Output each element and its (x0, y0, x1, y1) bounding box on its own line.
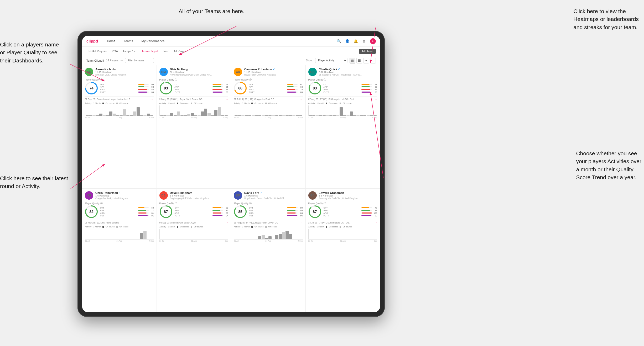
add-team-button[interactable]: Add Team (359, 49, 376, 54)
stat-label-ott: OTT (249, 83, 286, 86)
latest-round[interactable]: 04 Sep 23 | Mobility with coach, Gym → (159, 220, 228, 224)
chart-label: 21 Aug (117, 240, 122, 242)
quality-circle[interactable]: 83 (308, 82, 321, 95)
player-name[interactable]: Dave Billingham (170, 191, 228, 194)
latest-round[interactable]: 02 Jul 23 | 59 (+17), Craigmillar Park G… (234, 96, 303, 100)
grid-view-icon[interactable]: ⊞ (350, 58, 355, 63)
chart-bar (126, 115, 129, 116)
stat-bar-fill-arg (212, 89, 222, 90)
stat-bar-arg (361, 89, 372, 90)
stat-value-arg: 84 (150, 88, 154, 91)
quality-circle[interactable]: 87 (159, 205, 173, 218)
avatar[interactable]: U (370, 38, 376, 44)
player-name[interactable]: Charlie Quick ✓ (319, 68, 377, 71)
edit-icon[interactable]: ✏ (121, 59, 123, 62)
chart-bar (323, 239, 326, 239)
stat-label-arg: ARG (324, 88, 361, 91)
quality-circle[interactable]: 87 (308, 205, 321, 218)
stats-grid: OTT 82 APP 74 ARG 85 PUTT 94 (175, 207, 228, 217)
player-club: Drift Golf Club, United Kingdom (95, 73, 154, 76)
stat-bar-putt (212, 92, 223, 93)
app-logo[interactable]: clippd (86, 39, 98, 43)
round-arrow-icon: → (151, 221, 154, 224)
chart-bar (289, 115, 292, 116)
player-name[interactable]: Edward Crossman (319, 191, 377, 194)
stat-bar-fill-ott (361, 207, 369, 208)
sort-icon[interactable]: ↕ (370, 58, 376, 63)
latest-round[interactable]: 26 Aug 23 | 73 (+1), Royal North Devon G… (159, 96, 228, 100)
quality-section[interactable]: 68 OTT 61 APP 63 ARG 75 PUTT 85 (234, 82, 303, 95)
off-course-label: Off course (194, 226, 203, 228)
quality-section[interactable]: 74 OTT 60 APP 58 ARG 84 PUTT 85 (85, 82, 154, 95)
player-card[interactable]: CQ Charlie Quick ✓ 6-10 Handicap St. Geo… (306, 65, 380, 189)
chart-bar (370, 239, 373, 239)
player-info: Blair McHarg Plus Handicap Royal North D… (170, 68, 228, 76)
player-card[interactable]: CR Cameron Robertson ✓ 11-15 Handicap Ro… (231, 65, 306, 189)
verified-icon: ✓ (338, 68, 340, 71)
bell-icon[interactable]: 🔔 (353, 39, 358, 44)
subnav-all-players[interactable]: All Players (172, 49, 190, 54)
quality-section[interactable]: 82 OTT 60 APP 77 ARG 81 PUTT 91 (85, 205, 154, 218)
player-name[interactable]: David Ford ✓ (244, 191, 303, 194)
user-icon[interactable]: 👤 (345, 39, 350, 44)
subnav-team-clippd[interactable]: Team Clippd (139, 49, 160, 54)
quality-circle[interactable]: 82 (85, 205, 98, 218)
player-info: Cameron Robertson ✓ 11-15 Handicap Royal… (244, 68, 303, 76)
player-name[interactable]: Aaron Nicholls (95, 68, 154, 71)
subnav-hcaps[interactable]: Hcaps 1-5 (121, 49, 138, 54)
player-name[interactable]: Blair McHarg (170, 68, 228, 71)
round-arrow-icon: → (300, 221, 303, 224)
latest-round[interactable]: 07 Aug 23 | 77 (+7), St George's Hill GC… (308, 96, 377, 100)
player-club: Royal North Devon Golf Club, United Kil.… (244, 197, 303, 200)
nav-my-performance[interactable]: My Performance (140, 38, 166, 44)
stat-value-app: 77 (150, 209, 154, 212)
latest-round[interactable]: 05 Mar 23 | 19, Must make putting → (85, 220, 154, 224)
chart-bar (289, 234, 292, 239)
search-icon[interactable]: 🔍 (336, 39, 341, 44)
stat-label-putt: PUTT (249, 215, 286, 217)
nav-home[interactable]: Home (105, 38, 117, 44)
stat-bar-fill-putt (212, 215, 222, 216)
chart-bar (296, 239, 299, 239)
nav-teams[interactable]: Teams (122, 38, 134, 44)
chart-bar (143, 115, 147, 116)
settings-icon[interactable]: ⊕ (362, 39, 366, 44)
quality-circle[interactable]: 68 (234, 82, 247, 95)
quality-circle[interactable]: 85 (234, 205, 247, 218)
list-view-icon[interactable]: ☰ (356, 58, 362, 63)
player-card[interactable]: DF David Ford ✓ 1-5 Handicap Royal North… (231, 189, 306, 312)
chart-bar (211, 115, 214, 116)
stat-bar-fill-arg (287, 89, 295, 90)
chart-bar (326, 115, 329, 116)
quality-circle[interactable]: 93 (159, 82, 173, 95)
quality-section[interactable]: 93 OTT 84 APP 85 ARG 88 PUTT 95 (159, 82, 228, 95)
quality-section[interactable]: 85 OTT 89 APP 80 ARG 83 PUTT 96 (234, 205, 303, 218)
show-select[interactable]: Player Activity Quality Score Trend (315, 58, 347, 63)
stat-label-ott: OTT (324, 83, 361, 86)
quality-section[interactable]: 87 OTT 73 APP 79 ARG 103 PUTT 9 (308, 205, 377, 218)
player-card[interactable]: BM Blair McHarg Plus Handicap Royal Nort… (157, 65, 231, 189)
player-name[interactable]: Cameron Robertson ✓ (244, 68, 303, 71)
player-name[interactable]: Chris Robertson ✓ (95, 191, 154, 194)
player-card[interactable]: DB Dave Billingham 1-5 Handicap Sog Magi… (157, 189, 231, 312)
latest-round[interactable]: 02 Sep 23 | Sunset round to get back int… (85, 96, 154, 100)
on-course-label: On course (329, 226, 338, 228)
subnav-pga[interactable]: PGA (110, 49, 120, 54)
filter-icon[interactable]: ▼ (363, 58, 369, 63)
chart-bar (191, 239, 194, 239)
annotation-right-bottom: Choose whether you seeyour players Activ… (576, 150, 641, 182)
latest-round[interactable]: 18 Jul 23 | 74 (+4), Sunningdale GC - Ol… (308, 220, 377, 224)
chart-bar (346, 115, 350, 116)
filter-input[interactable] (125, 58, 154, 63)
subnav-pgat[interactable]: PGAT Players (86, 49, 109, 54)
quality-section[interactable]: 87 OTT 82 APP 74 ARG 85 PUTT 94 (159, 205, 228, 218)
player-card[interactable]: CR Chris Robertson ✓ 1-5 Handicap Craigm… (82, 189, 157, 312)
player-card[interactable]: AN Aaron Nicholls 11-15 Handicap Drift G… (82, 65, 157, 189)
player-card[interactable]: EC Edward Crossman 1-5 Handicap Sunningd… (306, 189, 380, 312)
latest-round[interactable]: 26 Aug 23 | 84 (+12), Royal North Devon … (234, 220, 303, 224)
verified-icon: ✓ (119, 191, 121, 194)
subnav-tour[interactable]: Tour (161, 49, 170, 54)
stat-bar-arg (212, 212, 223, 214)
quality-section[interactable]: 83 OTT 77 APP 80 ARG 83 PUTT 86 (308, 82, 377, 95)
quality-circle[interactable]: 74 (85, 82, 98, 95)
